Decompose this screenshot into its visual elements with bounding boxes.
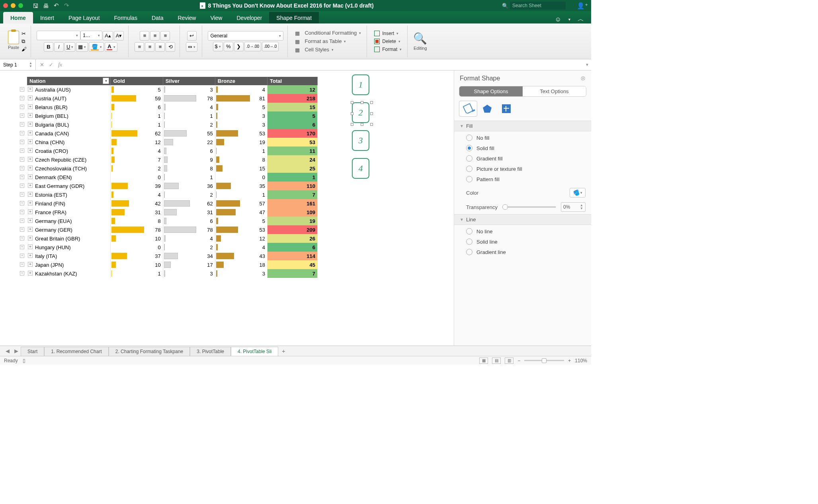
- collapse-ribbon-icon[interactable]: ︿: [578, 15, 584, 23]
- bronze-cell[interactable]: 5: [215, 103, 267, 111]
- undo-icon[interactable]: ↶: [51, 1, 61, 10]
- nation-cell[interactable]: ++Estonia (EST): [27, 190, 111, 199]
- table-row[interactable]: ++East Germany (GDR)393635110: [27, 182, 318, 190]
- tab-formulas[interactable]: Formulas: [107, 12, 144, 23]
- search-input[interactable]: [510, 2, 566, 10]
- total-cell[interactable]: 109: [267, 208, 318, 217]
- line-option[interactable]: Gradient line: [466, 249, 586, 255]
- selection-handle[interactable]: [361, 101, 363, 104]
- expand-icon[interactable]: +: [28, 148, 33, 153]
- gold-cell[interactable]: 39: [111, 182, 163, 190]
- minimize-window-button[interactable]: [11, 3, 16, 8]
- silver-cell[interactable]: 1: [163, 111, 215, 120]
- close-pane-icon[interactable]: ⊗: [580, 74, 586, 82]
- effects-category-icon[interactable]: [478, 101, 496, 117]
- name-box[interactable]: Step 1 ▲▼: [0, 59, 36, 70]
- transparency-slider[interactable]: [502, 206, 556, 208]
- column-header[interactable]: Nation▼: [27, 77, 111, 85]
- outline-expand-icon[interactable]: +: [20, 148, 24, 153]
- outline-expand-icon[interactable]: +: [20, 262, 24, 267]
- transparency-input[interactable]: 0%▲▼: [561, 202, 586, 212]
- zoom-in-icon[interactable]: +: [568, 358, 571, 363]
- silver-cell[interactable]: 3: [163, 85, 215, 94]
- macro-record-icon[interactable]: ▯: [23, 358, 25, 363]
- fill-option[interactable]: Pattern fill: [466, 176, 586, 182]
- table-row[interactable]: ++Croatia (CRO)46111: [27, 147, 318, 155]
- nation-cell[interactable]: ++Bulgaria (BUL): [27, 120, 111, 129]
- outline-expand-icon[interactable]: +: [20, 166, 24, 170]
- table-row[interactable]: ++Denmark (DEN)0101: [27, 173, 318, 182]
- column-header[interactable]: Gold: [111, 77, 163, 85]
- total-cell[interactable]: 6: [267, 120, 318, 129]
- total-cell[interactable]: 53: [267, 138, 318, 147]
- table-row[interactable]: ++Finland (FIN)426257161: [27, 199, 318, 208]
- silver-cell[interactable]: 34: [163, 252, 215, 260]
- nation-cell[interactable]: ++Germany (EUA): [27, 217, 111, 225]
- merge-icon[interactable]: ⇔▾: [186, 42, 197, 52]
- share-icon[interactable]: 👤⁺: [577, 2, 588, 10]
- gold-cell[interactable]: 4: [111, 190, 163, 199]
- expand-icon[interactable]: +: [28, 131, 33, 135]
- expand-icon[interactable]: +: [28, 183, 33, 188]
- size-category-icon[interactable]: [497, 101, 515, 117]
- outline-expand-icon[interactable]: +: [20, 192, 24, 197]
- gold-cell[interactable]: 42: [111, 199, 163, 208]
- table-row[interactable]: ++Hungary (HUN)0246: [27, 243, 318, 252]
- gold-cell[interactable]: 0: [111, 173, 163, 182]
- outline-expand-icon[interactable]: +: [20, 113, 24, 118]
- gold-cell[interactable]: 59: [111, 94, 163, 103]
- gold-cell[interactable]: 0: [111, 243, 163, 252]
- print-icon[interactable]: 🖶: [41, 1, 51, 10]
- expand-formula-bar-icon[interactable]: ▼: [583, 63, 591, 67]
- nation-cell[interactable]: ++Kazakhstan (KAZ): [27, 269, 111, 278]
- prev-sheet-icon[interactable]: ◀: [3, 348, 12, 354]
- fill-color-swatch[interactable]: 🪣▾: [570, 188, 586, 197]
- silver-cell[interactable]: 17: [163, 260, 215, 269]
- expand-icon[interactable]: +: [28, 209, 33, 214]
- gold-cell[interactable]: 4: [111, 147, 163, 155]
- outline-expand-icon[interactable]: +: [20, 201, 24, 205]
- expand-icon[interactable]: +: [28, 113, 33, 118]
- tab-insert[interactable]: Insert: [33, 12, 61, 23]
- page-layout-view-icon[interactable]: ▤: [492, 357, 501, 364]
- underline-button[interactable]: U▾: [64, 42, 75, 52]
- silver-cell[interactable]: 8: [163, 164, 215, 173]
- bronze-cell[interactable]: 57: [215, 199, 267, 208]
- bronze-cell[interactable]: 18: [215, 260, 267, 269]
- table-row[interactable]: ++Germany (EUA)86519: [27, 217, 318, 225]
- silver-cell[interactable]: 22: [163, 138, 215, 147]
- total-cell[interactable]: 15: [267, 103, 318, 111]
- gold-cell[interactable]: 12: [111, 138, 163, 147]
- table-row[interactable]: ++Germany (GER)787853209: [27, 225, 318, 234]
- border-button[interactable]: ▦▾: [76, 42, 88, 52]
- expand-icon[interactable]: +: [28, 122, 33, 127]
- silver-cell[interactable]: 31: [163, 208, 215, 217]
- total-cell[interactable]: 114: [267, 252, 318, 260]
- total-cell[interactable]: 209: [267, 225, 318, 234]
- font-size-dropdown[interactable]: 1…▾: [80, 31, 102, 40]
- align-bottom-icon[interactable]: ≡: [160, 31, 170, 41]
- selection-handle[interactable]: [351, 112, 353, 115]
- selection-handle[interactable]: [351, 123, 353, 126]
- outline-expand-icon[interactable]: +: [20, 105, 24, 109]
- filter-dropdown-icon[interactable]: ▼: [103, 78, 109, 84]
- silver-cell[interactable]: 55: [163, 129, 215, 138]
- total-cell[interactable]: 5: [267, 111, 318, 120]
- bronze-cell[interactable]: 5: [215, 217, 267, 225]
- gold-cell[interactable]: 5: [111, 85, 163, 94]
- expand-icon[interactable]: +: [28, 253, 33, 258]
- shape-step-1[interactable]: 1: [352, 74, 369, 95]
- table-row[interactable]: ++Kazakhstan (KAZ)1337: [27, 269, 318, 278]
- tab-view[interactable]: View: [203, 12, 229, 23]
- sheet-tab[interactable]: 4. PivotTable Sli: [231, 347, 278, 356]
- fill-color-button[interactable]: 🪣▾: [89, 42, 104, 52]
- outline-expand-icon[interactable]: +: [20, 122, 24, 127]
- total-cell[interactable]: 6: [267, 243, 318, 252]
- silver-cell[interactable]: 6: [163, 217, 215, 225]
- nation-cell[interactable]: ++Croatia (CRO): [27, 147, 111, 155]
- increase-font-icon[interactable]: A▴: [103, 31, 113, 41]
- page-break-view-icon[interactable]: ▥: [505, 357, 513, 364]
- bronze-cell[interactable]: 53: [215, 225, 267, 234]
- expand-icon[interactable]: +: [28, 192, 33, 197]
- currency-icon[interactable]: $▾: [213, 42, 223, 51]
